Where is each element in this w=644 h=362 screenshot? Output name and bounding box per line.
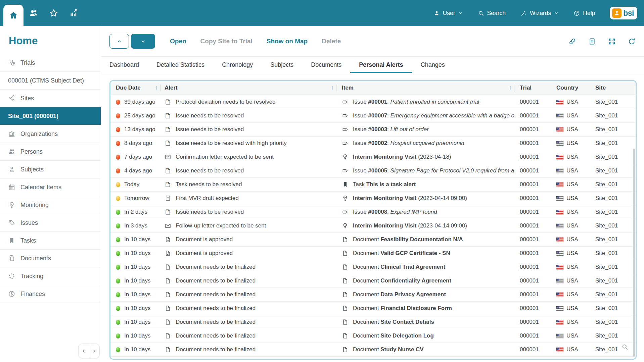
sort-ascending-icon[interactable]: ↑ xyxy=(329,85,336,91)
trial-id: 000001 xyxy=(514,109,552,122)
sidebar-item-finances[interactable]: Finances xyxy=(0,285,101,303)
table-row[interactable]: In 3 daysFollow-up letter expected to be… xyxy=(110,219,636,233)
site-name: Site_001 xyxy=(592,219,636,232)
search-menu[interactable]: Search xyxy=(478,10,506,17)
alert-text: Document needs to be finalized xyxy=(176,346,256,353)
tab-chronology[interactable]: Chronology xyxy=(213,57,262,73)
sidebar-item-tracking[interactable]: Tracking xyxy=(0,267,101,285)
tab-dashboard[interactable]: Dashboard xyxy=(109,57,148,73)
column-header-due-date[interactable]: Due Date ↑ xyxy=(110,81,160,95)
site-name: Site_001 xyxy=(592,274,636,288)
table-row[interactable]: 7 days agoConfirmation letter expected t… xyxy=(110,150,636,164)
move-up-button[interactable] xyxy=(109,34,129,49)
column-header-alert[interactable]: Alert ↑ xyxy=(160,81,336,95)
wizards-menu[interactable]: Wizards xyxy=(520,10,559,17)
star-icon xyxy=(49,8,58,18)
tab-detailed-statistics[interactable]: Detailed Statistics xyxy=(148,57,213,73)
persons-icon xyxy=(29,8,38,18)
column-header-trial[interactable]: Trial xyxy=(514,81,552,95)
table-row[interactable]: In 2 daysIssue needs to be resolvedIssue… xyxy=(110,205,636,219)
table-row[interactable]: TodayTask needs to be resolvedTask This … xyxy=(110,178,636,192)
item-text: Document Study Nurse CV xyxy=(353,346,424,353)
sidebar-item-organizations[interactable]: Organizations xyxy=(0,125,101,143)
alert-text: Issue needs to be resolved xyxy=(176,167,244,174)
next-page-button[interactable] xyxy=(89,344,100,358)
sidebar-item-000001-ctms-subject-det[interactable]: 000001 (CTMS Subject Det) xyxy=(0,71,101,89)
report-icon[interactable] xyxy=(588,38,596,45)
tagitem-icon xyxy=(342,167,349,174)
table-row[interactable]: In 10 daysDocument needs to be finalized… xyxy=(110,260,636,274)
table-row[interactable]: In 10 daysDocument needs to be finalized… xyxy=(110,274,636,288)
top-navbar: User Search Wizards Help bsi xyxy=(0,0,644,26)
item-text: Document Feasibility Documentation N/A xyxy=(353,236,463,243)
alert-text: Document needs to be finalized xyxy=(176,319,256,325)
sort-ascending-icon[interactable]: ↑ xyxy=(153,85,160,91)
tab-changes[interactable]: Changes xyxy=(412,57,454,73)
dollar-icon xyxy=(8,290,15,298)
table-row[interactable]: In 10 daysDocument needs to be finalized… xyxy=(110,302,636,315)
table-row[interactable]: 39 days agoProtocol deviation needs to b… xyxy=(110,95,636,109)
table-row[interactable]: In 10 daysDocument needs to be finalized… xyxy=(110,288,636,302)
previous-page-button[interactable] xyxy=(79,344,89,358)
item-text: Interim Monitoring Visit (2023-04-14 09:… xyxy=(353,222,467,229)
table-row[interactable]: 8 days agoIssue needs to be resolved wit… xyxy=(110,137,636,150)
table-row[interactable]: 4 days agoIssue needs to be resolvedIssu… xyxy=(110,164,636,178)
sidebar-item-monitoring[interactable]: Monitoring xyxy=(0,196,101,214)
move-down-button[interactable] xyxy=(131,34,155,49)
refresh-icon[interactable] xyxy=(628,38,636,45)
sidebar-item-subjects[interactable]: Subjects xyxy=(0,160,101,178)
tab-subjects[interactable]: Subjects xyxy=(262,57,302,73)
doc-icon xyxy=(342,346,349,353)
table-row[interactable]: In 10 daysDocument needs to be finalized… xyxy=(110,315,636,329)
nav-tab-home[interactable] xyxy=(3,5,24,26)
column-header-site[interactable]: Site xyxy=(592,81,636,95)
vertical-scrollbar[interactable] xyxy=(633,149,635,357)
toolbar-action-delete[interactable]: Delete xyxy=(322,38,341,45)
nav-tab-persons[interactable] xyxy=(24,0,44,26)
table-row[interactable]: In 10 daysDocument is approvedDocument F… xyxy=(110,233,636,247)
status-dot-green xyxy=(116,333,120,339)
table-row[interactable]: TomorrowFirst MVR draft expectedInterim … xyxy=(110,192,636,205)
site-name: Site_001 xyxy=(592,164,636,177)
sidebar-item-label: Monitoring xyxy=(20,202,49,209)
trial-id: 000001 xyxy=(514,205,552,219)
link-icon[interactable] xyxy=(568,38,576,45)
alert-text: Document needs to be finalized xyxy=(176,291,256,298)
sidebar-item-sites[interactable]: Sites xyxy=(0,89,101,107)
note-icon xyxy=(165,181,171,188)
item-text: Document Site Delegation Log xyxy=(353,332,434,339)
column-header-country[interactable]: Country xyxy=(552,81,592,95)
column-header-item[interactable]: Item ↑ xyxy=(336,81,514,95)
table-row[interactable]: In 10 daysDocument needs to be finalized… xyxy=(110,343,636,357)
nav-tab-statistics[interactable] xyxy=(64,0,84,26)
item-text: Document Confidentiality Agreement xyxy=(353,277,451,284)
toolbar-action-copy-site-to-trial[interactable]: Copy Site to Trial xyxy=(200,38,252,45)
table-row[interactable]: NoneDocument requires revisionsDocument … xyxy=(110,357,636,360)
sidebar-item-tasks[interactable]: Tasks xyxy=(0,231,101,249)
sidebar-item-documents[interactable]: Documents xyxy=(0,249,101,267)
help-menu[interactable]: Help xyxy=(573,10,595,17)
table-row[interactable]: In 10 daysDocument is approvedDocument V… xyxy=(110,247,636,260)
user-menu[interactable]: User xyxy=(433,10,463,17)
sidebar-item-calendar-items[interactable]: Calendar Items xyxy=(0,178,101,196)
table-row[interactable]: In 10 daysDocument needs to be finalized… xyxy=(110,329,636,343)
tab-documents[interactable]: Documents xyxy=(302,57,350,73)
nav-tab-favorites[interactable] xyxy=(44,0,64,26)
toolbar-icons xyxy=(568,38,636,45)
trial-id: 000001 xyxy=(514,329,552,343)
sort-ascending-icon[interactable]: ↑ xyxy=(507,85,514,91)
toolbar-action-show-on-map[interactable]: Show on Map xyxy=(267,38,308,45)
bulb-icon xyxy=(342,154,349,160)
zoom-magnifier-icon[interactable] xyxy=(621,343,629,351)
sidebar-item-trials[interactable]: Trials xyxy=(0,54,101,71)
sidebar-item-persons[interactable]: Persons xyxy=(0,143,101,160)
sidebar-item-issues[interactable]: Issues xyxy=(0,214,101,231)
status-dot-red xyxy=(116,141,120,146)
table-row[interactable]: 13 days agoIssue needs to be resolvedIss… xyxy=(110,123,636,137)
sidebar-item-site-001-000001[interactable]: Site_001 (000001) xyxy=(0,107,101,125)
bulb-icon xyxy=(342,222,349,229)
expand-icon[interactable] xyxy=(608,38,616,45)
tab-personal-alerts[interactable]: Personal Alerts xyxy=(350,57,412,73)
toolbar-action-open[interactable]: Open xyxy=(170,38,186,45)
table-row[interactable]: 25 days agoIssue needs to be resolvedIss… xyxy=(110,109,636,123)
